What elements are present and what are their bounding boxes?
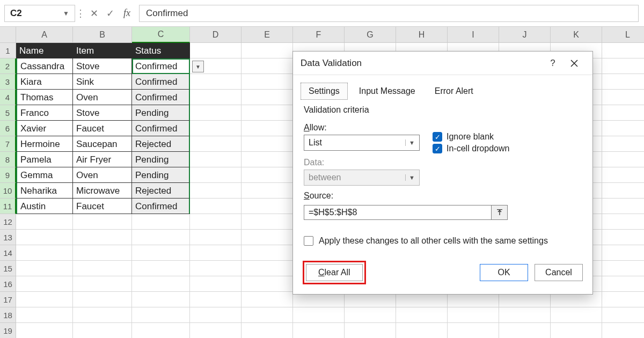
cell[interactable] — [73, 245, 132, 261]
cell[interactable] — [190, 43, 241, 58]
cell[interactable] — [602, 307, 644, 323]
cell[interactable] — [345, 307, 396, 323]
cell[interactable] — [73, 323, 132, 338]
cell[interactable] — [190, 307, 241, 323]
cell[interactable] — [448, 307, 499, 323]
cell[interactable] — [132, 292, 190, 307]
cell[interactable] — [602, 292, 644, 307]
row-header[interactable]: 4 — [0, 90, 16, 105]
cell[interactable]: Cassandra — [16, 58, 73, 74]
column-header[interactable]: F — [293, 27, 345, 43]
cell[interactable] — [345, 323, 396, 338]
clear-all-button[interactable]: Clear All — [306, 264, 363, 281]
column-header[interactable]: I — [448, 27, 499, 43]
cell[interactable]: Pending — [132, 105, 190, 121]
formula-accept-button[interactable]: ✓ — [102, 5, 118, 21]
row-header[interactable]: 18 — [0, 307, 16, 323]
allow-combo[interactable]: List ▼ — [304, 135, 420, 151]
cell[interactable] — [16, 307, 73, 323]
row-header[interactable]: 1 — [0, 43, 16, 58]
ok-button[interactable]: OK — [480, 264, 528, 281]
column-header[interactable]: D — [190, 27, 241, 43]
cell[interactable] — [293, 307, 345, 323]
row-header[interactable]: 14 — [0, 245, 16, 261]
cell[interactable]: Confirmed — [132, 90, 190, 105]
cell[interactable] — [241, 261, 293, 276]
cell[interactable]: Microwave — [73, 183, 132, 199]
cell[interactable] — [241, 199, 293, 214]
column-header[interactable]: L — [602, 27, 644, 43]
cell[interactable] — [132, 230, 190, 245]
cell[interactable] — [241, 323, 293, 338]
tab-input-message[interactable]: Input Message — [351, 83, 423, 100]
cell[interactable]: Xavier — [16, 121, 73, 136]
cell[interactable] — [16, 214, 73, 230]
cell[interactable] — [73, 214, 132, 230]
cell[interactable] — [190, 261, 241, 276]
row-header[interactable]: 8 — [0, 152, 16, 167]
cell[interactable] — [190, 136, 241, 152]
cell[interactable] — [602, 90, 644, 105]
column-header[interactable]: C — [132, 27, 190, 43]
cell[interactable] — [602, 167, 644, 183]
cell[interactable]: Status — [132, 43, 190, 58]
cell[interactable] — [602, 43, 644, 58]
cell[interactable] — [190, 105, 241, 121]
cell[interactable] — [602, 276, 644, 292]
cell[interactable]: Confirmed — [132, 121, 190, 136]
cell[interactable] — [241, 183, 293, 199]
cell[interactable]: Franco — [16, 105, 73, 121]
cell[interactable] — [190, 90, 241, 105]
cell[interactable] — [241, 74, 293, 90]
cell[interactable]: Oven — [73, 167, 132, 183]
cell[interactable] — [16, 261, 73, 276]
cell[interactable] — [73, 292, 132, 307]
cancel-button[interactable]: Cancel — [535, 264, 583, 281]
row-header[interactable]: 3 — [0, 74, 16, 90]
row-header[interactable]: 5 — [0, 105, 16, 121]
cell[interactable] — [73, 307, 132, 323]
cell[interactable]: Pending — [132, 167, 190, 183]
tab-error-alert[interactable]: Error Alert — [427, 83, 481, 100]
column-header[interactable]: J — [499, 27, 551, 43]
row-header[interactable]: 15 — [0, 261, 16, 276]
cell[interactable] — [190, 152, 241, 167]
cell[interactable]: Rejected — [132, 136, 190, 152]
cell[interactable] — [73, 230, 132, 245]
ignore-blank-checkbox[interactable]: ✓ — [433, 132, 442, 142]
cell-dropdown-button[interactable]: ▼ — [192, 61, 204, 72]
cell[interactable]: Rejected — [132, 183, 190, 199]
cell[interactable] — [602, 230, 644, 245]
cell[interactable] — [241, 136, 293, 152]
cell[interactable]: Saucepan — [73, 136, 132, 152]
in-cell-dropdown-checkbox[interactable]: ✓ — [433, 144, 442, 153]
cell[interactable] — [602, 58, 644, 74]
cell[interactable] — [132, 307, 190, 323]
cell[interactable]: Pending — [132, 152, 190, 167]
cell[interactable] — [190, 214, 241, 230]
cell[interactable]: Pamela — [16, 152, 73, 167]
row-header[interactable]: 17 — [0, 292, 16, 307]
cell[interactable] — [190, 292, 241, 307]
cell[interactable] — [190, 167, 241, 183]
source-input[interactable]: =$H$5:$H$8 — [304, 205, 492, 220]
cell[interactable] — [190, 74, 241, 90]
cell[interactable] — [241, 105, 293, 121]
row-header[interactable]: 10 — [0, 183, 16, 199]
cell[interactable]: Oven — [73, 90, 132, 105]
cell[interactable] — [602, 74, 644, 90]
cell[interactable] — [16, 292, 73, 307]
cell[interactable] — [241, 230, 293, 245]
name-box[interactable]: C2 ▼ — [4, 5, 75, 22]
cell[interactable] — [190, 183, 241, 199]
cell[interactable] — [132, 245, 190, 261]
select-all-corner[interactable] — [0, 27, 16, 43]
range-picker-button[interactable] — [492, 205, 508, 220]
cell[interactable] — [132, 323, 190, 338]
cell[interactable] — [190, 121, 241, 136]
cell[interactable] — [602, 199, 644, 214]
cell[interactable] — [602, 183, 644, 199]
cell[interactable] — [73, 261, 132, 276]
cell[interactable]: Hermoine — [16, 136, 73, 152]
cell[interactable] — [293, 323, 345, 338]
